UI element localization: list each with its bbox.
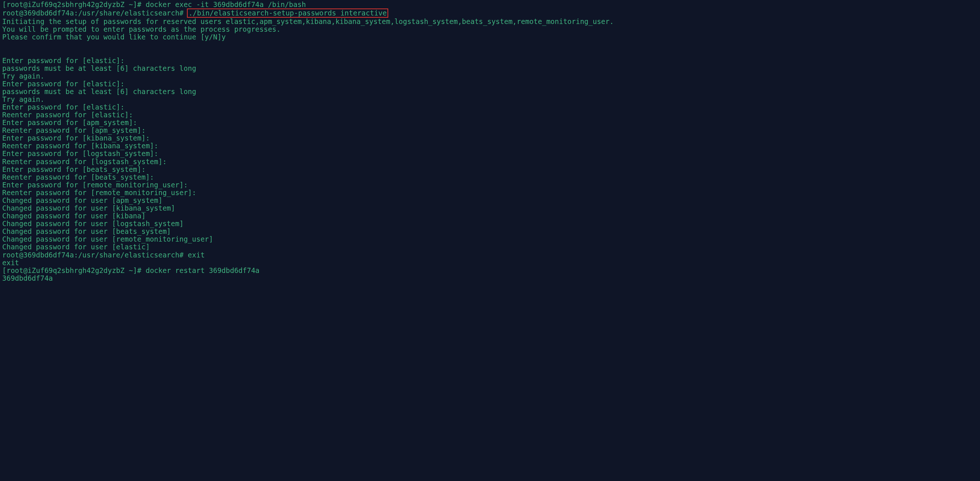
- terminal-line: Enter password for [remote_monitoring_us…: [2, 181, 978, 189]
- terminal-line: Enter password for [beats_system]:: [2, 166, 978, 174]
- shell-command: docker restart 369dbd6df74a: [146, 266, 259, 274]
- output-text: Changed password for user [kibana_system…: [2, 204, 175, 212]
- terminal-line: Changed password for user [kibana_system…: [2, 204, 978, 212]
- output-text: You will be prompted to enter passwords …: [2, 25, 281, 33]
- terminal-line: exit: [2, 259, 978, 267]
- output-text: Changed password for user [kibana]: [2, 212, 146, 220]
- terminal-line: root@369dbd6df74a:/usr/share/elasticsear…: [2, 251, 978, 259]
- terminal-line: Changed password for user [remote_monito…: [2, 235, 978, 243]
- output-text: Try again.: [2, 95, 44, 103]
- terminal-line: Please confirm that you would like to co…: [2, 33, 978, 41]
- terminal-line: [root@iZuf69q2sbhrgh42g2dyzbZ ~]# docker…: [2, 1, 978, 8]
- output-text: [2, 48, 6, 56]
- terminal-line: Changed password for user [beats_system]: [2, 228, 978, 235]
- terminal-line: Reenter password for [apm_system]:: [2, 126, 978, 134]
- shell-command: exit: [188, 251, 205, 259]
- shell-prompt: [root@iZuf69q2sbhrgh42g2dyzbZ ~]#: [2, 0, 146, 8]
- output-text: Try again.: [2, 72, 44, 80]
- terminal-line: Enter password for [elastic]:: [2, 80, 978, 88]
- output-text: Enter password for [elastic]:: [2, 103, 129, 111]
- output-text: [2, 41, 6, 49]
- output-text: Changed password for user [remote_monito…: [2, 235, 213, 243]
- terminal-line: [2, 41, 978, 49]
- output-text: Initiating the setup of passwords for re…: [2, 18, 614, 25]
- shell-command: ./bin/elasticsearch-setup-passwords inte…: [187, 8, 388, 18]
- terminal-line: passwords must be at least [6] character…: [2, 88, 978, 96]
- terminal-line: Reenter password for [remote_monitoring_…: [2, 189, 978, 197]
- output-text: Reenter password for [apm_system]:: [2, 126, 150, 134]
- terminal-line: Enter password for [logstash_system]:: [2, 150, 978, 158]
- terminal-line: [root@iZuf69q2sbhrgh42g2dyzbZ ~]# docker…: [2, 267, 978, 274]
- terminal-line: passwords must be at least [6] character…: [2, 65, 978, 72]
- terminal-line: Reenter password for [logstash_system]:: [2, 158, 978, 166]
- terminal-line: Changed password for user [elastic]: [2, 243, 978, 251]
- output-text: Reenter password for [logstash_system]:: [2, 158, 171, 166]
- output-text: Enter password for [kibana_system]:: [2, 134, 154, 142]
- terminal-line: Changed password for user [kibana]: [2, 212, 978, 220]
- output-text: Changed password for user [apm_system]: [2, 196, 162, 204]
- output-text: Enter password for [remote_monitoring_us…: [2, 181, 192, 189]
- output-text: Reenter password for [elastic]:: [2, 111, 137, 119]
- output-text: Reenter password for [remote_monitoring_…: [2, 188, 200, 197]
- output-text: Please confirm that you would like to co…: [2, 33, 226, 41]
- terminal-line: Enter password for [elastic]:: [2, 57, 978, 65]
- terminal-line: Initiating the setup of passwords for re…: [2, 18, 978, 25]
- terminal-line: Enter password for [apm_system]:: [2, 119, 978, 126]
- output-text: Enter password for [elastic]:: [2, 56, 129, 65]
- shell-prompt: root@369dbd6df74a:/usr/share/elasticsear…: [2, 9, 188, 17]
- output-text: Changed password for user [elastic]: [2, 243, 150, 251]
- terminal-output[interactable]: [root@iZuf69q2sbhrgh42g2dyzbZ ~]# docker…: [0, 0, 980, 283]
- terminal-line: Changed password for user [apm_system]: [2, 197, 978, 204]
- output-text: passwords must be at least [6] character…: [2, 64, 196, 72]
- terminal-line: Reenter password for [kibana_system]:: [2, 142, 978, 150]
- output-text: Reenter password for [kibana_system]:: [2, 142, 162, 150]
- terminal-line: Try again.: [2, 72, 978, 80]
- output-text: Changed password for user [logstash_syst…: [2, 220, 184, 228]
- terminal-line: [2, 49, 978, 56]
- shell-prompt: root@369dbd6df74a:/usr/share/elasticsear…: [2, 251, 188, 259]
- terminal-line: Reenter password for [beats_system]:: [2, 174, 978, 181]
- output-text: Reenter password for [beats_system]:: [2, 173, 158, 181]
- shell-command: docker exec -it 369dbd6df74a /bin/bash: [146, 0, 306, 8]
- terminal-line: root@369dbd6df74a:/usr/share/elasticsear…: [2, 8, 978, 18]
- terminal-line: Enter password for [elastic]:: [2, 103, 978, 111]
- output-text: Enter password for [elastic]:: [2, 80, 129, 88]
- terminal-line: Try again.: [2, 96, 978, 103]
- output-text: Changed password for user [beats_system]: [2, 227, 171, 235]
- output-text: Enter password for [apm_system]:: [2, 118, 142, 126]
- terminal-line: 369dbd6df74a: [2, 274, 978, 282]
- shell-prompt: [root@iZuf69q2sbhrgh42g2dyzbZ ~]#: [2, 266, 146, 274]
- terminal-line: Changed password for user [logstash_syst…: [2, 220, 978, 228]
- terminal-line: You will be prompted to enter passwords …: [2, 25, 978, 33]
- output-text: Enter password for [logstash_system]:: [2, 150, 162, 158]
- terminal-line: Reenter password for [elastic]:: [2, 111, 978, 119]
- output-text: exit: [2, 258, 19, 267]
- terminal-line: Enter password for [kibana_system]:: [2, 134, 978, 142]
- output-text: Enter password for [beats_system]:: [2, 165, 150, 174]
- output-text: passwords must be at least [6] character…: [2, 88, 196, 96]
- output-text: 369dbd6df74a: [2, 274, 53, 282]
